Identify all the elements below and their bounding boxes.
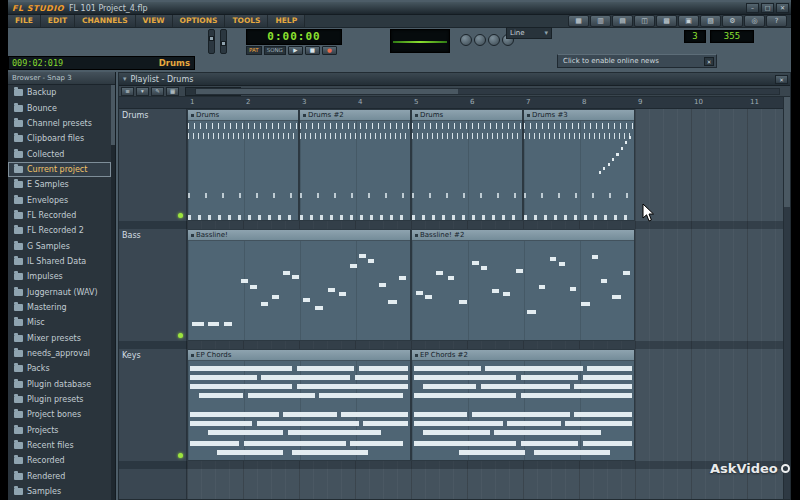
track-grid[interactable]: DrumsDrums #2DrumsDrums #3	[187, 109, 790, 229]
clip-header[interactable]: Drums	[188, 110, 298, 121]
browser-item-mixer-presets[interactable]: Mixer presets	[8, 331, 111, 346]
browser-item-g-samples[interactable]: G Samples	[8, 238, 111, 253]
browser-item-projects[interactable]: Projects	[8, 423, 111, 438]
menu-help[interactable]: HELP	[268, 15, 305, 27]
browser-item-recent-files[interactable]: Recent files	[8, 438, 111, 453]
track-label-bass[interactable]: Bass	[119, 229, 187, 349]
tools-button[interactable]: ▧	[700, 15, 721, 27]
browser-item-backup[interactable]: Backup	[8, 85, 111, 100]
piano-roll-button[interactable]: ▥	[590, 15, 611, 27]
browser-item-plugin-presets[interactable]: Plugin presets	[8, 392, 111, 407]
menu-options[interactable]: OPTIONS	[173, 15, 226, 27]
browser-item-impulses[interactable]: Impulses	[8, 269, 111, 284]
clip-drums-3[interactable]: Drums #3	[523, 109, 635, 221]
title-bar[interactable]: FL STUDIO FL 101 Project_4.flp – □ ✕	[8, 2, 791, 15]
slider-handle[interactable]	[221, 41, 226, 46]
browser-item-project-bones[interactable]: Project bones	[8, 407, 111, 422]
clip-ep-chords[interactable]: EP Chords	[187, 349, 411, 461]
maximize-button[interactable]: □	[761, 3, 774, 13]
browser-item-plugin-database[interactable]: Plugin database	[8, 377, 111, 392]
browser-item-misc[interactable]: Misc	[8, 315, 111, 330]
browser-item-mastering[interactable]: Mastering	[8, 300, 111, 315]
playlist-vscrollbar[interactable]	[783, 97, 790, 499]
snap-selector[interactable]: Line ▾	[506, 27, 552, 39]
clip-drums-2[interactable]: Drums #2	[299, 109, 411, 221]
browser-toggle-button[interactable]: ◫	[634, 15, 655, 27]
browser-header[interactable]: Browser - Snap 3	[8, 72, 115, 85]
clip-drums[interactable]: Drums	[187, 109, 299, 221]
settings-button[interactable]: ⚙	[722, 15, 743, 27]
menu-channels[interactable]: CHANNELS	[75, 15, 135, 27]
browser-item-collected[interactable]: Collected	[8, 146, 111, 161]
browser-item-packs[interactable]: Packs	[8, 361, 111, 376]
step-sequencer-button[interactable]: ▤	[612, 15, 633, 27]
scrollbar-thumb[interactable]	[784, 97, 790, 207]
main-volume-slider[interactable]	[208, 29, 215, 54]
browser-item-juggernaut-wav[interactable]: Juggernaut (WAV)	[8, 284, 111, 299]
track-grid[interactable]: Bassline!Bassline! #2	[187, 229, 790, 349]
playlist-hscrollbar[interactable]	[195, 88, 780, 95]
track-enable-led[interactable]	[178, 453, 183, 458]
pencil-tool-button[interactable]: ✎	[151, 87, 164, 96]
online-news-panel[interactable]: Click to enable online news ✕	[557, 54, 717, 68]
mixer-button[interactable]: ▩	[656, 15, 677, 27]
browser-item-fl-recorded-2[interactable]: FL Recorded 2	[8, 223, 111, 238]
clip-header[interactable]: Drums #2	[300, 110, 410, 121]
browser-item-recorded[interactable]: Recorded	[8, 453, 111, 468]
snap-button[interactable]: ▾	[136, 87, 149, 96]
browser-item-rendered[interactable]: Rendered	[8, 469, 111, 484]
main-volume-knob[interactable]	[460, 34, 472, 46]
track-grid[interactable]: EP ChordsEP Chords #2	[187, 349, 790, 469]
main-pitch-knob[interactable]	[474, 34, 486, 46]
close-button[interactable]: ✕	[776, 3, 789, 13]
clip-ep-chords-2[interactable]: EP Chords #2	[411, 349, 635, 461]
menu-file[interactable]: FILE	[8, 15, 41, 27]
browser-item-channel-presets[interactable]: Channel presets	[8, 116, 111, 131]
clip-drums[interactable]: Drums	[411, 109, 523, 221]
scrollbar-thumb[interactable]	[111, 85, 115, 145]
menu-view[interactable]: VIEW	[136, 15, 173, 27]
playlist-menu-button[interactable]: ≡	[121, 87, 134, 96]
playlist-title-bar[interactable]: ▾ Playlist - Drums ✕	[119, 73, 790, 86]
plugin-picker-button[interactable]: ▣	[678, 15, 699, 27]
tempo-display[interactable]: 355	[710, 30, 754, 43]
browser-item-e-samples[interactable]: E Samples	[8, 177, 111, 192]
clip-header[interactable]: Drums #3	[524, 110, 634, 121]
play-button[interactable]: ▶	[288, 46, 303, 55]
browser-item-il-shared-data[interactable]: IL Shared Data	[8, 254, 111, 269]
minimize-button[interactable]: –	[746, 3, 759, 13]
zoom-tool-button[interactable]: ◎	[744, 15, 765, 27]
clip-header[interactable]: Bassline!	[188, 230, 410, 241]
clip-bassline-2[interactable]: Bassline! #2	[411, 229, 635, 341]
browser-item-samples[interactable]: Samples	[8, 484, 111, 499]
browser-item-bounce[interactable]: Bounce	[8, 100, 111, 115]
playlist-window-button[interactable]: ▦	[568, 15, 589, 27]
shuffle-knob[interactable]	[488, 34, 500, 46]
pat-mode-toggle[interactable]: PAT	[246, 46, 262, 55]
clip-bassline[interactable]: Bassline!	[187, 229, 411, 341]
menu-edit[interactable]: EDIT	[41, 15, 75, 27]
browser-item-fl-recorded[interactable]: FL Recorded	[8, 208, 111, 223]
clip-header[interactable]: EP Chords	[188, 350, 410, 361]
track-label-keys[interactable]: Keys	[119, 349, 187, 469]
menu-tools[interactable]: TOOLS	[225, 15, 268, 27]
playlist-ruler[interactable]: 1234567891011	[119, 97, 790, 109]
pattern-display[interactable]: 3	[684, 30, 706, 43]
track-enable-led[interactable]	[178, 213, 183, 218]
browser-item-needs-approval[interactable]: needs_approval	[8, 346, 111, 361]
clip-header[interactable]: Drums	[412, 110, 522, 121]
browser-scrollbar[interactable]	[111, 85, 115, 500]
paint-tool-button[interactable]: ▦	[166, 87, 179, 96]
news-close-icon[interactable]: ✕	[704, 57, 714, 66]
browser-item-clipboard-files[interactable]: Clipboard files	[8, 131, 111, 146]
browser-item-current-project[interactable]: Current project	[8, 162, 111, 177]
clip-header[interactable]: EP Chords #2	[412, 350, 634, 361]
playlist-close-icon[interactable]: ✕	[775, 75, 788, 84]
song-mode-toggle[interactable]: SONG	[264, 46, 286, 55]
online-news-label[interactable]: Click to enable online news	[558, 57, 704, 65]
main-pitch-slider[interactable]	[220, 29, 227, 54]
track-enable-led[interactable]	[178, 333, 183, 338]
browser-item-envelopes[interactable]: Envelopes	[8, 192, 111, 207]
track-grid[interactable]	[187, 469, 790, 499]
clip-header[interactable]: Bassline! #2	[412, 230, 634, 241]
